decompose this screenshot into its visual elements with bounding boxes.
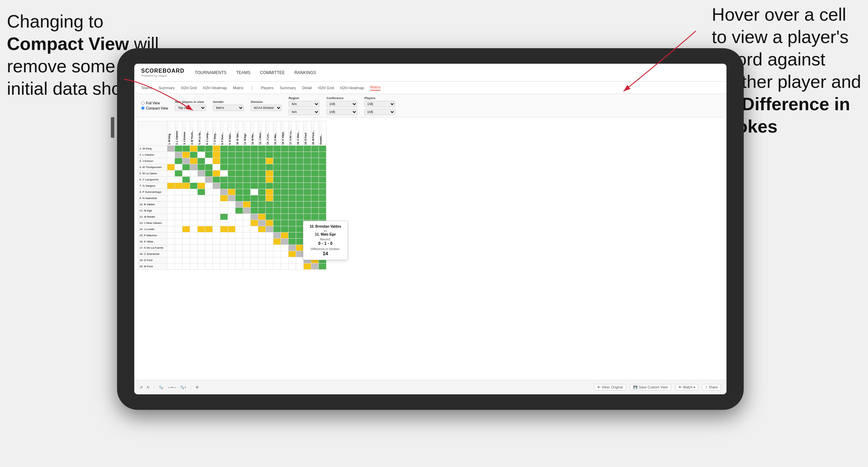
matrix-cell[interactable] — [167, 263, 175, 270]
matrix-cell[interactable] — [198, 214, 205, 220]
matrix-cell[interactable] — [266, 170, 273, 177]
matrix-cell[interactable] — [198, 158, 205, 164]
matrix-cell[interactable] — [228, 257, 236, 263]
nav-rankings[interactable]: RANKINGS — [294, 70, 316, 76]
matrix-cell[interactable] — [182, 208, 190, 214]
matrix-cell[interactable] — [296, 226, 304, 232]
matrix-cell[interactable] — [311, 158, 319, 164]
matrix-cell[interactable] — [251, 239, 258, 245]
undo-button[interactable]: ↺ — [140, 385, 143, 389]
matrix-cell[interactable] — [319, 183, 326, 189]
sub-nav-matrix1[interactable]: Matrix — [233, 86, 243, 90]
matrix-cell[interactable] — [205, 214, 213, 220]
matrix-cell[interactable] — [213, 164, 220, 170]
matrix-cell[interactable] — [243, 201, 251, 208]
matrix-cell[interactable] — [213, 152, 220, 158]
matrix-cell[interactable] — [273, 239, 281, 245]
matrix-cell[interactable] — [220, 263, 228, 270]
matrix-cell[interactable] — [319, 214, 326, 220]
matrix-cell[interactable] — [220, 164, 228, 170]
matrix-cell[interactable] — [266, 251, 273, 257]
matrix-cell[interactable] — [175, 226, 182, 232]
matrix-cell[interactable] — [311, 195, 319, 201]
matrix-cell[interactable] — [182, 146, 190, 152]
matrix-cell[interactable] — [190, 152, 198, 158]
matrix-cell[interactable] — [182, 152, 190, 158]
matrix-cell[interactable] — [273, 170, 281, 177]
matrix-cell[interactable] — [243, 239, 251, 245]
matrix-cell[interactable] — [266, 158, 273, 164]
matrix-cell[interactable] — [266, 214, 273, 220]
matrix-cell[interactable] — [228, 152, 236, 158]
matrix-cell[interactable] — [213, 208, 220, 214]
matrix-cell[interactable] — [258, 152, 266, 158]
matrix-cell[interactable] — [289, 232, 296, 239]
sub-nav-summary2[interactable]: Summary — [280, 86, 296, 90]
matrix-cell[interactable] — [243, 164, 251, 170]
max-players-select[interactable]: Top 25 — [175, 105, 206, 111]
matrix-cell[interactable] — [281, 208, 289, 214]
compact-view-input[interactable] — [141, 106, 145, 110]
matrix-cell[interactable] — [182, 232, 190, 239]
save-custom-button[interactable]: 💾 Save Custom View — [630, 384, 671, 391]
matrix-cell[interactable] — [213, 158, 220, 164]
matrix-cell[interactable] — [175, 208, 182, 214]
matrix-cell[interactable] — [251, 220, 258, 226]
matrix-cell[interactable] — [289, 251, 296, 257]
matrix-cell[interactable] — [167, 189, 175, 195]
matrix-cell[interactable] — [281, 220, 289, 226]
view-original-button[interactable]: 👁 View: Original — [594, 384, 626, 391]
matrix-cell[interactable] — [236, 257, 243, 263]
diagonal-cell[interactable] — [273, 232, 281, 239]
matrix-cell[interactable] — [289, 226, 296, 232]
matrix-cell[interactable] — [273, 257, 281, 263]
matrix-cell[interactable] — [220, 239, 228, 245]
matrix-cell[interactable] — [251, 189, 258, 195]
sub-nav-h2hheatmap1[interactable]: H2H Heatmap — [203, 86, 227, 90]
matrix-cell[interactable] — [175, 183, 182, 189]
matrix-cell[interactable] — [198, 257, 205, 263]
matrix-cell[interactable] — [273, 251, 281, 257]
matrix-cell[interactable] — [198, 263, 205, 270]
matrix-cell[interactable] — [213, 201, 220, 208]
matrix-cell[interactable] — [236, 232, 243, 239]
sub-nav-h2hgrid2[interactable]: H2H Grid — [318, 86, 334, 90]
matrix-cell[interactable] — [258, 158, 266, 164]
matrix-cell[interactable] — [228, 201, 236, 208]
matrix-cell[interactable] — [319, 208, 326, 214]
matrix-cell[interactable] — [319, 263, 326, 270]
matrix-cell[interactable] — [236, 170, 243, 177]
matrix-cell[interactable] — [296, 208, 304, 214]
matrix-cell[interactable] — [236, 158, 243, 164]
sub-nav-players[interactable]: Players — [261, 86, 274, 90]
matrix-cell[interactable] — [258, 232, 266, 239]
matrix-cell[interactable] — [266, 177, 273, 183]
matrix-cell[interactable] — [228, 146, 236, 152]
matrix-cell[interactable] — [205, 170, 213, 177]
matrix-cell[interactable] — [205, 152, 213, 158]
matrix-cell[interactable] — [296, 195, 304, 201]
matrix-cell[interactable] — [205, 146, 213, 152]
region-select2[interactable]: N/A — [289, 109, 320, 115]
settings-button[interactable]: ⚙ — [196, 385, 199, 389]
matrix-cell[interactable] — [319, 177, 326, 183]
matrix-cell[interactable] — [251, 232, 258, 239]
diagonal-cell[interactable] — [205, 177, 213, 183]
matrix-cell[interactable] — [258, 226, 266, 232]
matrix-cell[interactable] — [266, 201, 273, 208]
matrix-cell[interactable] — [319, 189, 326, 195]
matrix-cell[interactable] — [182, 183, 190, 189]
region-select[interactable]: N/A — [289, 101, 320, 107]
matrix-cell[interactable] — [220, 245, 228, 251]
matrix-cell[interactable] — [296, 257, 304, 263]
matrix-cell[interactable] — [182, 263, 190, 270]
matrix-cell[interactable] — [220, 220, 228, 226]
matrix-cell[interactable] — [236, 146, 243, 152]
matrix-cell[interactable] — [243, 245, 251, 251]
matrix-cell[interactable] — [289, 239, 296, 245]
matrix-cell[interactable] — [281, 195, 289, 201]
matrix-cell[interactable] — [258, 208, 266, 214]
matrix-cell[interactable] — [213, 232, 220, 239]
matrix-cell[interactable] — [311, 183, 319, 189]
matrix-cell[interactable] — [281, 189, 289, 195]
